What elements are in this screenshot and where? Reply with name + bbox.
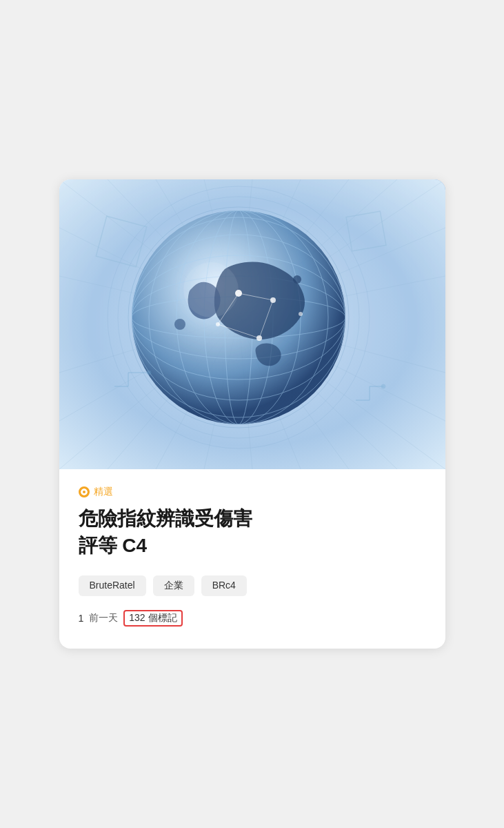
meta-row: 1 前一天 132 個標記 xyxy=(79,610,426,627)
meta-number: 1 xyxy=(79,613,84,624)
content-card: 精選 危險指紋辨識受傷害 評等 C4 BruteRatel 企業 BRc4 1 … xyxy=(59,179,445,649)
svg-point-56 xyxy=(381,384,385,388)
globe-illustration xyxy=(59,179,445,469)
svg-point-43 xyxy=(183,262,239,317)
tag-enterprise[interactable]: 企業 xyxy=(153,575,194,596)
badge-label: 精選 xyxy=(94,486,113,498)
meta-count-highlight[interactable]: 132 個標記 xyxy=(123,610,182,627)
card-body: 精選 危險指紋辨識受傷害 評等 C4 BruteRatel 企業 BRc4 1 … xyxy=(59,469,445,627)
tag-brc4[interactable]: BRc4 xyxy=(201,575,247,596)
badge-dot-icon xyxy=(79,486,90,497)
card-hero-image xyxy=(59,179,445,469)
card-title-line2: 評等 C4 xyxy=(79,532,426,559)
card-title-line1: 危險指紋辨識受傷害 xyxy=(79,505,426,532)
svg-point-48 xyxy=(299,312,303,316)
svg-point-42 xyxy=(293,275,301,284)
card-title: 危險指紋辨識受傷害 評等 C4 xyxy=(79,505,426,559)
tags-row: BruteRatel 企業 BRc4 xyxy=(79,575,426,596)
meta-time: 前一天 xyxy=(89,612,118,624)
featured-badge: 精選 xyxy=(79,486,426,498)
tag-bruteratel[interactable]: BruteRatel xyxy=(79,575,146,596)
svg-point-41 xyxy=(174,319,185,330)
svg-point-55 xyxy=(147,371,151,375)
